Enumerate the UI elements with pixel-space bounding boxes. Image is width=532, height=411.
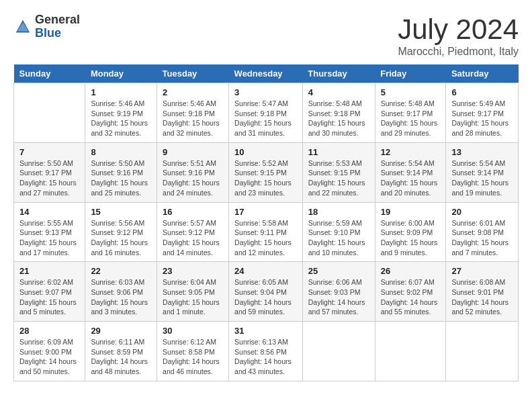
col-friday: Friday <box>375 64 446 83</box>
logo-icon <box>13 17 32 36</box>
table-row: 5Sunrise: 5:48 AMSunset: 9:17 PMDaylight… <box>375 83 446 143</box>
day-info: Sunrise: 6:02 AMSunset: 9:07 PMDaylight:… <box>19 277 79 317</box>
calendar-week-row: 21Sunrise: 6:02 AMSunset: 9:07 PMDayligh… <box>14 262 519 322</box>
day-info: Sunrise: 6:04 AMSunset: 9:05 PMDaylight:… <box>163 277 223 317</box>
day-info: Sunrise: 5:54 AMSunset: 9:14 PMDaylight:… <box>381 158 441 198</box>
day-number: 4 <box>308 87 369 97</box>
col-wednesday: Wednesday <box>229 64 303 83</box>
day-number: 8 <box>91 147 151 157</box>
day-number: 5 <box>381 87 441 97</box>
table-row: 3Sunrise: 5:47 AMSunset: 9:18 PMDaylight… <box>229 83 303 143</box>
day-info: Sunrise: 5:54 AMSunset: 9:14 PMDaylight:… <box>451 158 513 198</box>
day-info: Sunrise: 6:03 AMSunset: 9:06 PMDaylight:… <box>91 277 151 317</box>
day-number: 26 <box>381 266 441 276</box>
calendar-header-row: Sunday Monday Tuesday Wednesday Thursday… <box>14 64 519 83</box>
day-number: 2 <box>163 87 223 97</box>
day-number: 14 <box>19 207 79 217</box>
table-row <box>375 322 446 381</box>
col-sunday: Sunday <box>14 64 85 83</box>
day-info: Sunrise: 5:46 AMSunset: 9:18 PMDaylight:… <box>163 99 223 138</box>
svg-marker-1 <box>17 22 29 31</box>
logo-general: General <box>35 13 80 27</box>
day-number: 31 <box>234 326 297 336</box>
day-info: Sunrise: 5:49 AMSunset: 9:17 PMDaylight:… <box>451 99 513 138</box>
day-number: 6 <box>451 87 513 97</box>
day-number: 23 <box>163 266 223 276</box>
day-number: 15 <box>91 207 151 217</box>
day-info: Sunrise: 5:56 AMSunset: 9:12 PMDaylight:… <box>91 218 151 258</box>
table-row: 8Sunrise: 5:50 AMSunset: 9:16 PMDaylight… <box>85 142 157 202</box>
table-row <box>446 322 519 381</box>
col-monday: Monday <box>85 64 157 83</box>
day-info: Sunrise: 5:46 AMSunset: 9:19 PMDaylight:… <box>91 99 151 138</box>
table-row: 19Sunrise: 6:00 AMSunset: 9:09 PMDayligh… <box>375 202 446 262</box>
day-info: Sunrise: 5:59 AMSunset: 9:10 PMDaylight:… <box>308 218 369 258</box>
day-info: Sunrise: 6:05 AMSunset: 9:04 PMDaylight:… <box>234 277 297 317</box>
day-number: 16 <box>163 207 223 217</box>
title-section: July 2024 Marocchi, Piedmont, Italy <box>398 13 519 58</box>
day-number: 24 <box>234 266 297 276</box>
day-info: Sunrise: 5:58 AMSunset: 9:11 PMDaylight:… <box>234 218 297 258</box>
day-number: 21 <box>19 266 79 276</box>
day-number: 3 <box>234 87 297 97</box>
day-info: Sunrise: 5:50 AMSunset: 9:16 PMDaylight:… <box>91 158 151 198</box>
calendar-week-row: 14Sunrise: 5:55 AMSunset: 9:13 PMDayligh… <box>14 202 519 262</box>
table-row: 29Sunrise: 6:11 AMSunset: 8:59 PMDayligh… <box>85 322 157 381</box>
day-number: 9 <box>163 147 223 157</box>
day-number: 11 <box>308 147 369 157</box>
day-number: 28 <box>19 326 79 336</box>
calendar-week-row: 7Sunrise: 5:50 AMSunset: 9:17 PMDaylight… <box>14 142 519 202</box>
day-number: 19 <box>381 207 441 217</box>
day-number: 7 <box>19 147 79 157</box>
day-info: Sunrise: 6:09 AMSunset: 9:00 PMDaylight:… <box>19 337 79 377</box>
table-row: 28Sunrise: 6:09 AMSunset: 9:00 PMDayligh… <box>14 322 85 381</box>
table-row: 14Sunrise: 5:55 AMSunset: 9:13 PMDayligh… <box>14 202 85 262</box>
day-info: Sunrise: 5:51 AMSunset: 9:16 PMDaylight:… <box>163 158 223 198</box>
day-info: Sunrise: 6:13 AMSunset: 8:56 PMDaylight:… <box>234 337 297 377</box>
day-info: Sunrise: 6:11 AMSunset: 8:59 PMDaylight:… <box>91 337 151 377</box>
month-year-title: July 2024 <box>398 13 519 46</box>
table-row: 10Sunrise: 5:52 AMSunset: 9:15 PMDayligh… <box>229 142 303 202</box>
table-row: 31Sunrise: 6:13 AMSunset: 8:56 PMDayligh… <box>229 322 303 381</box>
day-info: Sunrise: 5:47 AMSunset: 9:18 PMDaylight:… <box>234 99 297 138</box>
day-number: 1 <box>91 87 151 97</box>
day-info: Sunrise: 5:57 AMSunset: 9:12 PMDaylight:… <box>163 218 223 258</box>
table-row: 2Sunrise: 5:46 AMSunset: 9:18 PMDaylight… <box>157 83 229 143</box>
table-row: 20Sunrise: 6:01 AMSunset: 9:08 PMDayligh… <box>446 202 519 262</box>
table-row: 15Sunrise: 5:56 AMSunset: 9:12 PMDayligh… <box>85 202 157 262</box>
table-row: 4Sunrise: 5:48 AMSunset: 9:18 PMDaylight… <box>302 83 375 143</box>
day-number: 13 <box>451 147 513 157</box>
table-row: 30Sunrise: 6:12 AMSunset: 8:58 PMDayligh… <box>157 322 229 381</box>
table-row: 16Sunrise: 5:57 AMSunset: 9:12 PMDayligh… <box>157 202 229 262</box>
location-subtitle: Marocchi, Piedmont, Italy <box>398 46 519 58</box>
day-info: Sunrise: 5:52 AMSunset: 9:15 PMDaylight:… <box>234 158 297 198</box>
table-row: 21Sunrise: 6:02 AMSunset: 9:07 PMDayligh… <box>14 262 85 322</box>
table-row: 13Sunrise: 5:54 AMSunset: 9:14 PMDayligh… <box>446 142 519 202</box>
table-row: 11Sunrise: 5:53 AMSunset: 9:15 PMDayligh… <box>302 142 375 202</box>
table-row: 17Sunrise: 5:58 AMSunset: 9:11 PMDayligh… <box>229 202 303 262</box>
day-number: 27 <box>451 266 513 276</box>
logo-blue: Blue <box>35 27 80 40</box>
day-number: 17 <box>234 207 297 217</box>
calendar-table: Sunday Monday Tuesday Wednesday Thursday… <box>13 64 519 381</box>
day-info: Sunrise: 6:00 AMSunset: 9:09 PMDaylight:… <box>381 218 441 258</box>
day-info: Sunrise: 5:50 AMSunset: 9:17 PMDaylight:… <box>19 158 79 198</box>
day-number: 18 <box>308 207 369 217</box>
day-number: 25 <box>308 266 369 276</box>
day-info: Sunrise: 6:12 AMSunset: 8:58 PMDaylight:… <box>163 337 223 377</box>
table-row: 26Sunrise: 6:07 AMSunset: 9:02 PMDayligh… <box>375 262 446 322</box>
logo-text: General Blue <box>35 13 80 40</box>
day-number: 22 <box>91 266 151 276</box>
day-info: Sunrise: 5:48 AMSunset: 9:18 PMDaylight:… <box>308 99 369 138</box>
table-row: 9Sunrise: 5:51 AMSunset: 9:16 PMDaylight… <box>157 142 229 202</box>
day-info: Sunrise: 6:06 AMSunset: 9:03 PMDaylight:… <box>308 277 369 317</box>
day-info: Sunrise: 5:48 AMSunset: 9:17 PMDaylight:… <box>381 99 441 138</box>
table-row: 22Sunrise: 6:03 AMSunset: 9:06 PMDayligh… <box>85 262 157 322</box>
logo: General Blue <box>13 13 80 40</box>
table-row <box>302 322 375 381</box>
page-header: General Blue July 2024 Marocchi, Piedmon… <box>13 13 519 58</box>
table-row: 27Sunrise: 6:08 AMSunset: 9:01 PMDayligh… <box>446 262 519 322</box>
table-row: 23Sunrise: 6:04 AMSunset: 9:05 PMDayligh… <box>157 262 229 322</box>
table-row: 12Sunrise: 5:54 AMSunset: 9:14 PMDayligh… <box>375 142 446 202</box>
table-row <box>14 83 85 143</box>
